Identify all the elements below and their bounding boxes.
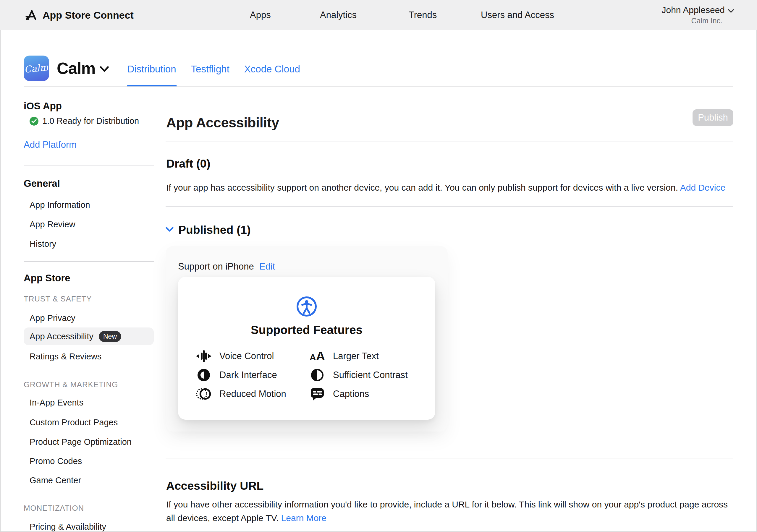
feature-dark-interface: Dark Interface	[196, 368, 277, 382]
sidebar-heading-ios-app: iOS App	[24, 101, 62, 112]
feature-larger-text: AA Larger Text	[309, 349, 379, 363]
sidebar-group-monetization: MONETIZATION	[24, 504, 84, 513]
captions-icon	[309, 387, 325, 401]
sidebar-item-history[interactable]: History	[30, 239, 56, 249]
accessibility-icon	[296, 296, 318, 319]
sidebar-heading-general: General	[24, 178, 60, 189]
sidebar-item-label: App Accessibility	[30, 332, 93, 341]
chevron-down-icon[interactable]	[166, 227, 173, 233]
sidebar-item-game-center[interactable]: Game Center	[30, 476, 81, 485]
add-platform-link[interactable]: Add Platform	[24, 139, 76, 150]
feature-reduced-motion: Reduced Motion	[196, 387, 286, 401]
feature-label: Reduced Motion	[219, 389, 286, 399]
published-section-heading-row[interactable]: Published (1)	[166, 223, 251, 236]
edit-link[interactable]: Edit	[259, 261, 275, 272]
sidebar-item-ratings-reviews[interactable]: Ratings & Reviews	[30, 352, 102, 362]
version-status-label: 1.0 Ready for Distribution	[42, 116, 139, 126]
supported-features-title: Supported Features	[178, 323, 435, 337]
learn-more-link[interactable]: Learn More	[281, 513, 326, 523]
draft-section-heading: Draft (0)	[166, 157, 211, 170]
url-text: If you have other accessibility informat…	[166, 499, 728, 523]
support-card-header: Support on iPhone Edit	[178, 261, 275, 272]
accessibility-url-heading: Accessibility URL	[166, 479, 263, 492]
sidebar-item-app-information[interactable]: App Information	[30, 200, 90, 210]
sidebar-item-pricing-availability[interactable]: Pricing & Availability	[30, 522, 106, 532]
feature-label: Dark Interface	[219, 370, 277, 380]
sidebar-item-in-app-events[interactable]: In-App Events	[30, 398, 83, 408]
sufficient-contrast-icon	[309, 368, 325, 382]
supported-features-panel: Supported Features Voice Control	[178, 277, 435, 420]
sidebar-item-app-privacy[interactable]: App Privacy	[30, 313, 76, 323]
sidebar: iOS App 1.0 Ready for Distribution Add P…	[24, 0, 154, 532]
add-device-link[interactable]: Add Device	[680, 183, 725, 192]
feature-label: Sufficient Contrast	[333, 370, 408, 380]
sidebar-divider	[24, 165, 154, 166]
content-divider	[166, 206, 733, 207]
larger-text-icon: AA	[309, 349, 325, 363]
feature-label: Larger Text	[333, 351, 379, 362]
sidebar-group-growth-marketing: GROWTH & MARKETING	[24, 380, 118, 389]
sidebar-item-promo-codes[interactable]: Promo Codes	[30, 456, 82, 466]
published-section-heading: Published (1)	[178, 223, 251, 236]
feature-captions: Captions	[309, 387, 369, 401]
content-divider	[166, 458, 733, 458]
publish-button[interactable]: Publish	[692, 109, 733, 126]
content-divider	[166, 142, 733, 142]
sidebar-divider	[24, 261, 154, 262]
main-content: App Accessibility Publish Draft (0) If y…	[166, 0, 733, 532]
version-status-row[interactable]: 1.0 Ready for Distribution	[30, 116, 139, 126]
draft-section-text: If your app has accessibility support on…	[166, 181, 731, 194]
draft-text: If your app has accessibility support on…	[166, 183, 678, 192]
feature-label: Captions	[333, 389, 369, 399]
support-card-title: Support on iPhone	[178, 261, 254, 272]
dark-interface-icon	[196, 368, 212, 382]
accessibility-url-text: If you have other accessibility informat…	[166, 498, 732, 525]
sidebar-group-trust-safety: TRUST & SAFETY	[24, 294, 92, 304]
sidebar-item-app-review[interactable]: App Review	[30, 220, 76, 229]
new-badge: New	[99, 331, 121, 342]
app-store-connect-page: App Store Connect Apps Analytics Trends …	[0, 0, 757, 532]
sidebar-heading-app-store: App Store	[24, 273, 70, 284]
sidebar-item-custom-product-pages[interactable]: Custom Product Pages	[30, 418, 118, 428]
check-circle-icon	[30, 117, 39, 126]
feature-sufficient-contrast: Sufficient Contrast	[309, 368, 408, 382]
sidebar-item-app-accessibility[interactable]: App Accessibility New	[24, 328, 154, 345]
page-title: App Accessibility	[166, 114, 279, 131]
feature-label: Voice Control	[219, 351, 274, 362]
sidebar-item-product-page-optimization[interactable]: Product Page Optimization	[30, 437, 132, 447]
reduced-motion-icon	[196, 387, 212, 401]
voice-control-icon	[196, 349, 212, 363]
published-support-card: Support on iPhone Edit Supported Feature…	[166, 246, 448, 431]
feature-voice-control: Voice Control	[196, 349, 274, 363]
